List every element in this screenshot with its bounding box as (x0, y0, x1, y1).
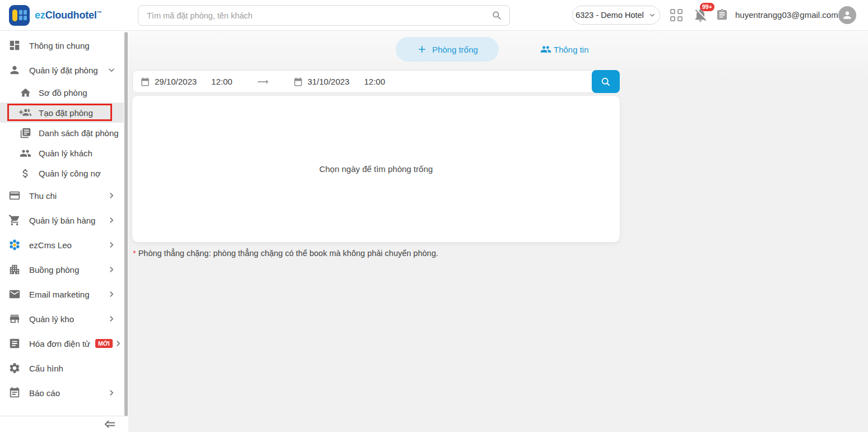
sidebar-item-label: Thông tin chung (29, 41, 90, 50)
start-date[interactable]: 29/10/2023 (155, 77, 197, 86)
tab-label: Phòng trống (432, 45, 478, 54)
tab-phong-trong[interactable]: Phòng trống (396, 37, 499, 62)
sidebar-subitem-tao-dat-phong[interactable]: Tạo đặt phòng (0, 103, 124, 123)
brand-name: ezCloudhotel™ (35, 10, 101, 21)
empty-state-message: Chọn ngày để tìm phòng trống (319, 164, 433, 174)
flower-icon (8, 238, 21, 252)
chevron-right-icon (106, 239, 117, 250)
envelope-icon (8, 287, 21, 301)
chevron-down-icon (106, 64, 117, 76)
people-icon (540, 44, 551, 55)
credit-card-icon (8, 189, 21, 202)
home-icon (19, 86, 31, 99)
chevron-right-icon (106, 264, 117, 275)
search-icon[interactable] (491, 10, 503, 21)
dashboard-icon (8, 39, 21, 52)
new-badge: MỚI (95, 339, 113, 349)
notification-badge: 99+ (700, 3, 714, 11)
sidebar-item-hoa-don-dien-tu[interactable]: Hóa đơn điện tử MỚI (0, 331, 124, 356)
sidebar-item-label: Quản lý khách (39, 148, 92, 158)
sidebar-subitem-danh-sach-dat-phong[interactable]: Danh sách đặt phòng (0, 123, 124, 143)
sidebar-item-label: Sơ đồ phòng (39, 88, 87, 97)
sidebar-item-label: Quản lý đặt phòng (29, 66, 98, 75)
sidebar-item-email-marketing[interactable]: Email marketing (0, 282, 124, 306)
sidebar-subitem-so-do-phong[interactable]: Sơ đồ phòng (0, 82, 124, 103)
sidebar-item-label: Hóa đơn điện tử (29, 339, 90, 349)
person-icon (842, 10, 853, 21)
shopping-cart-icon (8, 213, 21, 227)
invoice-icon (8, 337, 21, 350)
available-rooms-panel: Chọn ngày để tìm phòng trống (132, 96, 620, 242)
sidebar-item-label: Buồng phòng (29, 265, 79, 275)
brand-logo[interactable]: ezCloudhotel™ (9, 5, 101, 26)
building-icon (8, 263, 21, 276)
arrow-right-icon (256, 75, 270, 89)
chevron-right-icon (106, 215, 117, 226)
sidebar-item-label: Quản lý công nợ (39, 169, 101, 178)
sidebar-scrollbar[interactable] (124, 32, 128, 416)
footnote: *Phòng thẳng chặng: phòng thẳng chặng có… (133, 249, 438, 258)
user-email: huyentrangg03@gmail.com (735, 10, 838, 20)
topbar: ezCloudhotel™ 6323 - Demo Hotel 99+ huye… (0, 0, 868, 31)
people-icon (19, 147, 31, 159)
sidebar-item-label: Cấu hình (29, 364, 63, 373)
start-time[interactable]: 12:00 (211, 77, 233, 86)
sidebar-item-label: ezCms Leo (29, 240, 72, 250)
sidebar-item-label: Quản lý bán hàng (29, 216, 95, 225)
sidebar-subitem-quan-ly-cong-no[interactable]: Quản lý công nợ (0, 163, 124, 183)
sidebar-item-cau-hinh[interactable]: Cấu hình (0, 356, 124, 380)
end-date[interactable]: 31/10/2023 (308, 77, 350, 86)
group-add-icon (19, 106, 31, 119)
sidebar-item-label: Thu chi (29, 191, 57, 201)
sidebar-item-label: Báo cáo (29, 388, 60, 398)
chevron-right-icon (113, 338, 124, 349)
calendar-icon (293, 77, 303, 87)
sidebar-subitem-quan-ly-khach[interactable]: Quản lý khách (0, 143, 124, 163)
sidebar-item-bao-cao[interactable]: Báo cáo (0, 380, 124, 405)
date-range-picker[interactable]: 29/10/2023 12:00 31/10/2023 12:00 (132, 70, 620, 93)
sidebar-footer (0, 416, 124, 432)
sidebar-item-quan-ly-ban-hang[interactable]: Quản lý bán hàng (0, 208, 124, 233)
store-icon (8, 312, 21, 326)
collapse-sidebar-icon[interactable] (103, 417, 117, 431)
chevron-right-icon (106, 289, 117, 300)
hotel-selector-value: 6323 - Demo Hotel (575, 11, 644, 20)
footnote-asterisk: * (133, 249, 136, 258)
tasks-clipboard-icon[interactable] (716, 8, 728, 21)
hotel-selector-dropdown[interactable]: 6323 - Demo Hotel (572, 6, 660, 25)
search-input[interactable] (138, 11, 491, 20)
end-time[interactable]: 12:00 (364, 77, 386, 86)
calendar-icon (140, 77, 150, 87)
booking-list-icon (19, 127, 31, 139)
sidebar-item-ezcms-leo[interactable]: ezCms Leo (0, 233, 124, 257)
report-icon (8, 386, 21, 400)
user-avatar[interactable] (838, 6, 856, 24)
sidebar: Thông tin chung Quản lý đặt phòng Sơ đồ … (0, 31, 128, 432)
sidebar-item-buong-phong[interactable]: Buồng phòng (0, 257, 124, 282)
tab-thong-tin[interactable]: Thông tin (540, 37, 589, 62)
chevron-right-icon (106, 313, 117, 324)
dollar-icon (19, 167, 31, 179)
person-icon (8, 63, 21, 77)
footnote-text: Phòng thẳng chặng: phòng thẳng chặng có … (138, 249, 438, 258)
sidebar-item-label: Danh sách đặt phòng (39, 128, 119, 138)
apps-grid-icon[interactable] (670, 9, 683, 22)
gear-icon (8, 361, 21, 375)
global-search (138, 5, 510, 26)
chevron-right-icon (106, 387, 117, 398)
sidebar-item-thu-chi[interactable]: Thu chi (0, 183, 124, 208)
tab-label: Thông tin (554, 45, 589, 54)
brand-logo-icon (9, 5, 30, 26)
main-content: Phòng trống Thông tin 29/10/2023 12:00 3… (128, 31, 868, 432)
sidebar-item-quan-ly-kho[interactable]: Quản lý kho (0, 306, 124, 331)
sidebar-item-label: Quản lý kho (29, 314, 74, 324)
notifications-button[interactable]: 99+ (693, 7, 708, 23)
search-icon (600, 76, 611, 87)
sidebar-item-label: Email marketing (29, 290, 90, 299)
find-rooms-button[interactable] (592, 70, 620, 93)
sidebar-item-thong-tin-chung[interactable]: Thông tin chung (0, 33, 124, 58)
sidebar-item-quan-ly-dat-phong[interactable]: Quản lý đặt phòng (0, 58, 124, 82)
plus-icon (416, 44, 428, 55)
chevron-right-icon (106, 190, 117, 201)
chevron-down-icon (648, 11, 657, 20)
